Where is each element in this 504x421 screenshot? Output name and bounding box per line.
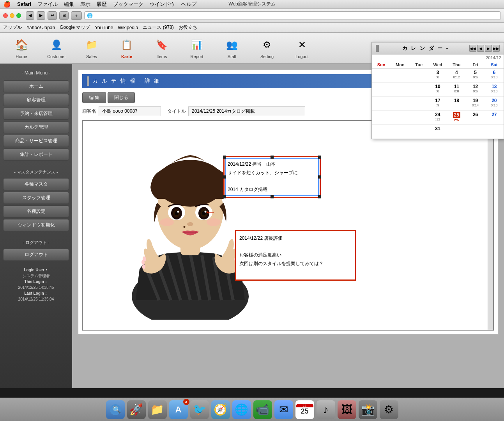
nav-staff[interactable]: 👥 Staff (218, 37, 246, 59)
dock-files[interactable]: 📁 (148, 400, 167, 419)
cal-cell[interactable] (391, 83, 409, 97)
sidebar-btn-appointment[interactable]: 予約・来店管理 (3, 108, 69, 120)
sidebar-btn-karte[interactable]: カルテ管理 (3, 121, 69, 133)
dock-rocket[interactable]: 🚀 (127, 400, 146, 419)
bookmark-maps[interactable]: Google マップ (60, 24, 90, 31)
dock-finder[interactable]: 🔍 (106, 400, 125, 419)
menu-history[interactable]: 履歴 (97, 1, 107, 8)
cal-cell-19[interactable]: 190:14 (466, 97, 485, 111)
cal-cell-20[interactable]: 200:13 (485, 97, 504, 111)
cal-cell[interactable] (391, 125, 409, 139)
cal-prev-prev[interactable]: ◀◀ (469, 45, 476, 52)
bookmark-youtube[interactable]: YouTube (95, 25, 113, 30)
nav-items[interactable]: 🔖 Items (148, 37, 175, 59)
resize-ml[interactable] (223, 175, 226, 179)
cal-cell-10[interactable]: 10:8 (428, 83, 447, 97)
cal-cell[interactable] (466, 125, 485, 139)
cal-cell[interactable] (485, 125, 504, 139)
dock-bird[interactable]: 🐦 (190, 400, 209, 419)
resize-tl[interactable] (223, 156, 226, 159)
bookmark-wikipedia[interactable]: Wikipedia (118, 25, 138, 30)
cal-cell[interactable] (410, 125, 428, 139)
back-button[interactable]: ◀ (26, 11, 34, 20)
cal-cell-12[interactable]: 120:6 (466, 83, 485, 97)
edit-button[interactable]: 編 集 (82, 92, 106, 103)
reload-button[interactable]: ↩ (48, 11, 57, 20)
nav-sales[interactable]: 📁 Sales (78, 37, 105, 59)
cal-cell[interactable] (391, 69, 409, 83)
dock-appstore[interactable]: A 3 (169, 400, 188, 419)
cal-cell[interactable] (410, 97, 428, 111)
cal-cell[interactable] (410, 111, 428, 125)
sidebar-btn-customer[interactable]: 顧客管理 (3, 94, 69, 106)
scrollbar[interactable] (488, 121, 493, 330)
cal-cell[interactable] (372, 97, 391, 111)
nav-logout[interactable]: ✕ Logout (288, 37, 316, 59)
dock-facetime[interactable]: 📹 (253, 400, 272, 419)
bookmark-apple[interactable]: アップル (3, 24, 22, 31)
cal-next[interactable]: ▶ (485, 45, 492, 52)
menu-view[interactable]: 表示 (80, 1, 90, 8)
app-name[interactable]: Safari (17, 1, 31, 7)
cal-cell-6[interactable]: 60:13 (485, 69, 504, 83)
cal-cell[interactable] (372, 83, 391, 97)
url-bar[interactable]: 🌐 (84, 11, 501, 20)
dock-photo[interactable]: 🖼 (338, 400, 356, 419)
cal-cell-26[interactable]: 26 (466, 111, 485, 125)
cal-cell-4[interactable]: 40:12 (447, 69, 466, 83)
new-tab-button[interactable]: + (71, 11, 82, 20)
resize-br[interactable] (318, 195, 321, 198)
cal-cell[interactable] (372, 125, 391, 139)
cal-cell[interactable] (447, 125, 466, 139)
menu-edit[interactable]: 編集 (64, 1, 74, 8)
cal-cell-31[interactable]: 31 (428, 125, 447, 139)
sidebar-btn-master[interactable]: 各種マスタ (3, 178, 69, 190)
dock-camera[interactable]: 📸 (359, 400, 377, 419)
cal-cell-13[interactable]: 130:13 (485, 83, 504, 97)
cal-cell[interactable] (391, 111, 409, 125)
resize-tr[interactable] (318, 156, 321, 159)
menu-bookmark[interactable]: ブックマーク (113, 1, 143, 8)
resize-bm[interactable] (271, 195, 274, 198)
dock-calendar[interactable]: 12 25 (295, 400, 314, 419)
cal-cell[interactable] (372, 111, 391, 125)
bookmark-useful[interactable]: お役立ち (179, 24, 197, 31)
cal-cell[interactable] (372, 69, 391, 83)
sidebar-btn-staff-mgmt[interactable]: スタッフ管理 (3, 192, 69, 204)
fullscreen-button[interactable] (16, 13, 21, 18)
dock-mail[interactable]: ✉ (274, 400, 293, 419)
note-box-1[interactable]: 2014/12/22 担当 山本 サイドを短くカット、シャープに 2014 カタ… (223, 156, 321, 198)
sidebar-btn-settings[interactable]: 各種設定 (3, 205, 69, 218)
menu-help[interactable]: ヘルプ (181, 1, 196, 8)
cal-cell-27[interactable]: 27 (485, 111, 504, 125)
cal-cell-25-today[interactable]: 252:5 (447, 111, 466, 125)
cal-cell[interactable] (410, 69, 428, 83)
sidebar-btn-home[interactable]: ホーム (3, 80, 69, 92)
close-button[interactable] (3, 13, 8, 18)
cal-cell-17[interactable]: 17:9 (428, 97, 447, 111)
dock-gear[interactable]: ⚙ (380, 400, 398, 419)
menu-file[interactable]: ファイル (37, 1, 58, 8)
cal-cell-24[interactable]: 24:12 (428, 111, 447, 125)
apple-menu[interactable]: 🍎 (3, 0, 11, 8)
bookmark-news[interactable]: ニュース (978) (143, 24, 173, 31)
cal-cell[interactable] (410, 83, 428, 97)
nav-report[interactable]: 📊 Report (183, 37, 210, 59)
dock-globe[interactable]: 🌐 (232, 400, 251, 419)
nav-customer[interactable]: 👤 Customer (43, 37, 70, 59)
cal-cell-11[interactable]: 110:8 (447, 83, 466, 97)
sidebar-btn-window-init[interactable]: ウィンドウ初期化 (3, 219, 69, 231)
tabs-button[interactable]: ⊞ (59, 11, 69, 20)
note-box-2[interactable]: 2014/12/22 店長評価 お客様の満足度高い 次回は別のスタイルを提案して… (235, 230, 356, 281)
minimize-button[interactable] (10, 13, 14, 18)
sidebar-btn-logout[interactable]: ログアウト (3, 249, 69, 261)
nav-setting[interactable]: ⚙ Setting (253, 37, 281, 59)
resize-tm[interactable] (271, 156, 274, 159)
cal-cell-3[interactable]: 3:8 (428, 69, 447, 83)
cal-cell-18[interactable]: 18 (447, 97, 466, 111)
nav-home[interactable]: 🏠 Home (8, 37, 35, 59)
dock-itunes[interactable]: ♪ (317, 400, 335, 419)
bookmark-yahoo[interactable]: Yahoo! Japan (27, 25, 55, 30)
cal-next-next[interactable]: ▶▶ (493, 45, 500, 52)
cal-prev[interactable]: ◀ (477, 45, 484, 52)
